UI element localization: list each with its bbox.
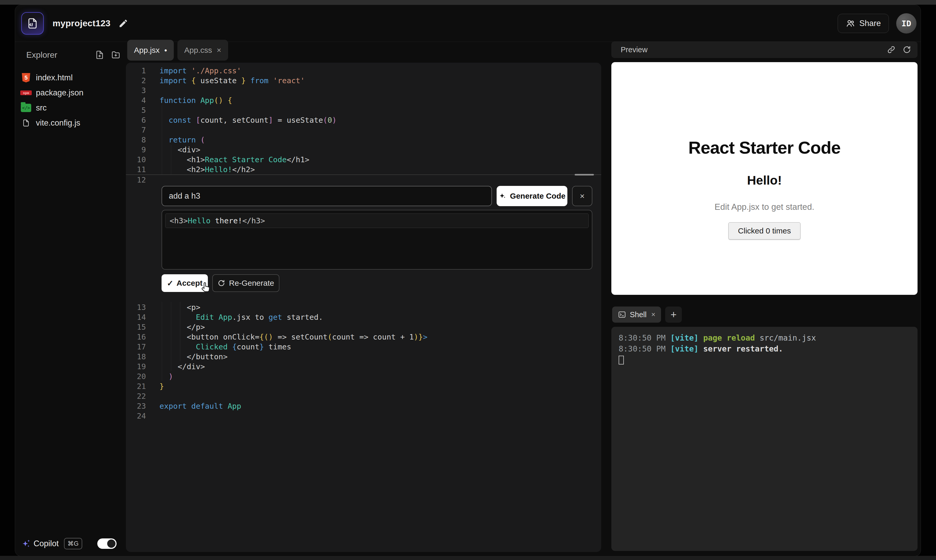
preview-heading: React Starter Code: [611, 62, 917, 158]
line-number: 8: [126, 135, 146, 145]
code-lines-top: 1import './App.css'2import { useState } …: [126, 63, 601, 174]
line-number: 19: [126, 362, 146, 372]
regenerate-button[interactable]: Re-Generate: [212, 274, 279, 292]
app-window: myproject123 Share ID: [15, 5, 921, 556]
line-number: 11: [126, 165, 146, 174]
code-line[interactable]: 23export default App: [126, 401, 601, 411]
tab-app-css[interactable]: App.css ×: [177, 40, 228, 61]
terminal-cursor: [618, 355, 624, 365]
generate-code-label: Generate Code: [510, 192, 565, 200]
code-line[interactable]: 12: [126, 175, 601, 185]
code-editor[interactable]: 1import './App.css'2import { useState } …: [126, 63, 601, 552]
inline-widget-divider: [126, 174, 601, 175]
code-line[interactable]: 2import { useState } from 'react': [126, 75, 601, 86]
scrollbar-thumb[interactable]: [575, 174, 594, 175]
copilot-shortcut-badge: ⌘G: [64, 538, 82, 549]
line-number: 21: [126, 382, 146, 391]
preview-title: Preview: [621, 46, 648, 54]
code-line-12: 12: [126, 175, 601, 185]
code-line[interactable]: 19 </div>: [126, 362, 601, 372]
file-row-src[interactable]: </> src: [15, 100, 126, 115]
generate-code-button[interactable]: Generate Code: [497, 186, 567, 206]
refresh-icon: [217, 279, 225, 287]
copilot-toggle[interactable]: [97, 538, 117, 549]
line-number: 5: [126, 105, 146, 115]
line-number: 22: [126, 391, 146, 401]
code-line[interactable]: 10 <h1>React Starter Code</h1>: [126, 155, 601, 165]
terminal-line: 8:30:50 PM [vite] page reload src/main.j…: [618, 332, 910, 343]
code-line[interactable]: 24: [126, 411, 601, 421]
editor-tabs: App.jsx ● App.css ×: [127, 40, 228, 61]
explorer-sidebar: Explorer 5: [15, 42, 126, 556]
code-line[interactable]: 8 return (: [126, 135, 601, 145]
toggle-knob: [107, 540, 116, 548]
code-line[interactable]: 21}: [126, 382, 601, 391]
open-link-icon[interactable]: [887, 45, 896, 54]
code-line[interactable]: 1import './App.css': [126, 66, 601, 75]
code-line[interactable]: 11 <h2>Hello!</h2>: [126, 165, 601, 174]
new-file-button[interactable]: [95, 50, 105, 60]
preview-counter-button[interactable]: Clicked 0 times: [728, 222, 800, 240]
ai-response-box: <h3>Hello there!</h3>: [162, 210, 592, 269]
code-line[interactable]: 4function App() {: [126, 95, 601, 105]
ai-prompt-input[interactable]: [162, 186, 492, 206]
code-line[interactable]: 18 </button>: [126, 352, 601, 362]
sparkles-icon: [20, 538, 31, 549]
code-line[interactable]: 17 Clicked {count} times: [126, 342, 601, 352]
file-row-vite-config[interactable]: vite.config.js: [15, 115, 126, 131]
unsaved-dot-icon: ●: [164, 48, 167, 52]
plus-icon: +: [671, 309, 677, 320]
check-icon: ✓: [167, 279, 173, 288]
file-name: src: [36, 103, 46, 112]
terminal-icon: [618, 311, 626, 319]
new-folder-button[interactable]: [111, 50, 121, 60]
src-folder-icon: </>: [20, 104, 32, 112]
line-number: 9: [126, 145, 146, 155]
shell-tab[interactable]: Shell ×: [612, 306, 661, 323]
app-logo[interactable]: [21, 12, 44, 35]
terminal-output[interactable]: 8:30:50 PM [vite] page reload src/main.j…: [611, 327, 917, 551]
line-number: 15: [126, 322, 146, 332]
line-number: 16: [126, 332, 146, 342]
refresh-preview-icon[interactable]: [902, 45, 911, 54]
line-number: 13: [126, 302, 146, 312]
file-name: vite.config.js: [36, 118, 80, 128]
new-terminal-button[interactable]: +: [665, 306, 682, 323]
close-shell-icon[interactable]: ×: [651, 311, 655, 319]
code-line[interactable]: 6 const [count, setCount] = useState(0): [126, 115, 601, 125]
npm-icon: npm: [20, 91, 32, 95]
code-line[interactable]: 22: [126, 391, 601, 401]
code-line[interactable]: 16 <button onClick={() => setCount(count…: [126, 332, 601, 342]
close-ai-widget-button[interactable]: ×: [572, 186, 592, 206]
copilot-label: Copilot: [34, 539, 59, 548]
code-line[interactable]: 5: [126, 105, 601, 115]
line-number: 7: [126, 125, 146, 135]
file-row-package-json[interactable]: npm package.json: [15, 85, 126, 100]
file-row-index-html[interactable]: 5 index.html: [15, 70, 126, 85]
code-line[interactable]: 7: [126, 125, 601, 135]
code-line[interactable]: 9 <div>: [126, 145, 601, 155]
line-number: 14: [126, 312, 146, 322]
line-number: 20: [126, 372, 146, 382]
code-line[interactable]: 3: [126, 86, 601, 95]
terminal-line: 8:30:50 PM [vite] server restarted.: [618, 343, 910, 354]
code-line[interactable]: 14 Edit App.jsx to get started.: [126, 312, 601, 322]
explorer-title: Explorer: [26, 50, 57, 60]
ai-inline-widget: Generate Code × <h3>Hello there!</h3> ✓ …: [162, 186, 592, 292]
tab-app-jsx[interactable]: App.jsx ●: [127, 40, 174, 61]
preview-iframe[interactable]: React Starter Code Hello! Edit App.jsx t…: [611, 62, 917, 295]
file-tree: 5 index.html npm package.json </> src: [15, 70, 126, 131]
code-line[interactable]: 20 ): [126, 372, 601, 382]
line-number: 12: [126, 175, 146, 185]
ai-generated-code: <h3>Hello there!</h3>: [165, 214, 589, 228]
code-line[interactable]: 13 <p>: [126, 302, 601, 312]
html5-icon: 5: [20, 73, 32, 82]
file-code-icon: [26, 17, 39, 30]
sparkle-icon: [498, 192, 506, 200]
right-panel: Preview React Starter Code Hell: [611, 5, 919, 556]
line-number: 17: [126, 342, 146, 352]
close-tab-icon[interactable]: ×: [217, 46, 221, 55]
rename-project-button[interactable]: [118, 18, 128, 28]
code-line[interactable]: 15 </p>: [126, 322, 601, 332]
preview-subheading: Hello!: [611, 173, 917, 188]
